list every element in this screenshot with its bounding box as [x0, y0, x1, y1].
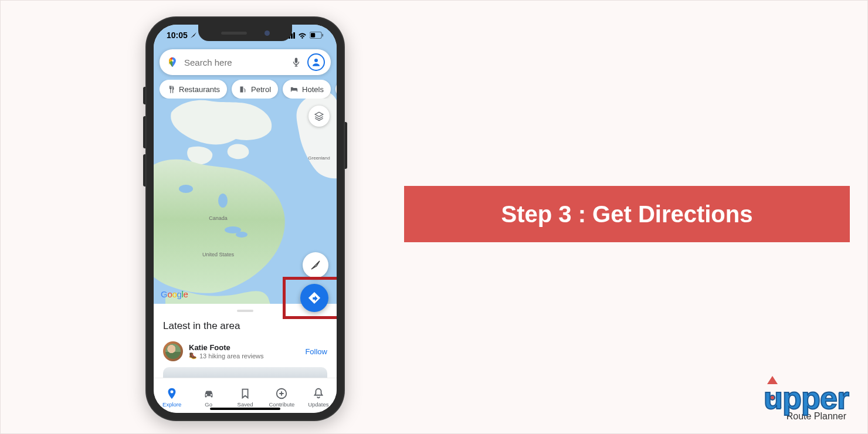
search-bar[interactable]: Search here: [160, 49, 331, 75]
sheet-grabber[interactable]: [237, 310, 253, 312]
phone-screen: 10:05 Search here: [154, 25, 337, 413]
bookmark-icon: [239, 387, 252, 400]
sheet-title: Latest in the area: [163, 320, 327, 332]
phone-notch: [198, 25, 292, 41]
plus-circle-icon: [275, 387, 288, 400]
phone-frame: 10:05 Search here: [145, 16, 345, 421]
nav-label: Explore: [162, 401, 181, 408]
google-maps-pin-icon: [167, 56, 178, 68]
battery-icon: [310, 32, 324, 39]
my-location-button[interactable]: [303, 252, 328, 278]
chip-label: Restaurants: [179, 85, 220, 94]
brand-wordmark: upper: [764, 382, 849, 413]
step-highlight-box: [283, 277, 337, 319]
svg-text:United States: United States: [202, 252, 235, 257]
google-watermark: Google: [161, 289, 188, 299]
svg-rect-2: [322, 34, 323, 37]
car-icon: [202, 387, 215, 400]
pin-icon: [165, 387, 178, 400]
nav-label: Go: [205, 401, 212, 408]
nav-label: Contribute: [269, 401, 295, 408]
svg-point-12: [179, 185, 193, 193]
svg-rect-4: [295, 58, 298, 63]
microphone-icon[interactable]: [291, 57, 301, 67]
brand-logo: upper Route Planner: [764, 382, 849, 422]
step-banner-text: Step 3 : Get Directions: [501, 201, 753, 228]
step-banner: Step 3 : Get Directions: [404, 186, 850, 242]
petrol-icon: [239, 85, 247, 94]
chip-groceries[interactable]: Groceries: [335, 80, 337, 99]
home-indicator[interactable]: [210, 408, 280, 410]
nav-explore[interactable]: Explore: [154, 378, 190, 413]
contributor-avatar: [163, 341, 183, 361]
compass-arrow-icon: [310, 259, 321, 271]
chip-label: Hotels: [302, 85, 324, 94]
contributor-name: Katie Foote: [189, 343, 299, 352]
account-avatar[interactable]: [307, 53, 325, 71]
content-card-preview: [163, 367, 327, 378]
nav-updates[interactable]: Updates: [300, 378, 337, 413]
svg-text:Greenland: Greenland: [308, 155, 330, 161]
svg-text:Canada: Canada: [209, 215, 228, 221]
svg-rect-1: [311, 33, 315, 37]
category-chips: Restaurants Petrol Hotels Groceries: [160, 80, 337, 99]
follow-button[interactable]: Follow: [305, 347, 327, 356]
nav-label: Updates: [308, 401, 328, 408]
layers-button[interactable]: [308, 106, 330, 127]
status-time: 10:05: [167, 30, 188, 40]
chip-restaurants[interactable]: Restaurants: [160, 80, 227, 99]
location-services-icon: [190, 32, 197, 39]
layers-icon: [314, 111, 324, 121]
hotel-icon: [290, 85, 299, 94]
svg-point-10: [236, 232, 247, 238]
chip-petrol[interactable]: Petrol: [232, 80, 278, 99]
chip-hotels[interactable]: Hotels: [283, 80, 331, 99]
chip-label: Petrol: [251, 85, 271, 94]
nav-label: Saved: [238, 401, 253, 408]
search-placeholder: Search here: [184, 57, 285, 67]
svg-point-11: [218, 194, 228, 208]
bell-icon: [312, 387, 325, 400]
contributor-row[interactable]: Katie Foote 🥾13 hiking area reviews Foll…: [163, 341, 327, 361]
contributor-subtitle: 🥾13 hiking area reviews: [189, 352, 299, 360]
restaurant-icon: [167, 85, 175, 94]
svg-point-7: [314, 59, 318, 62]
wifi-icon: [298, 32, 307, 39]
